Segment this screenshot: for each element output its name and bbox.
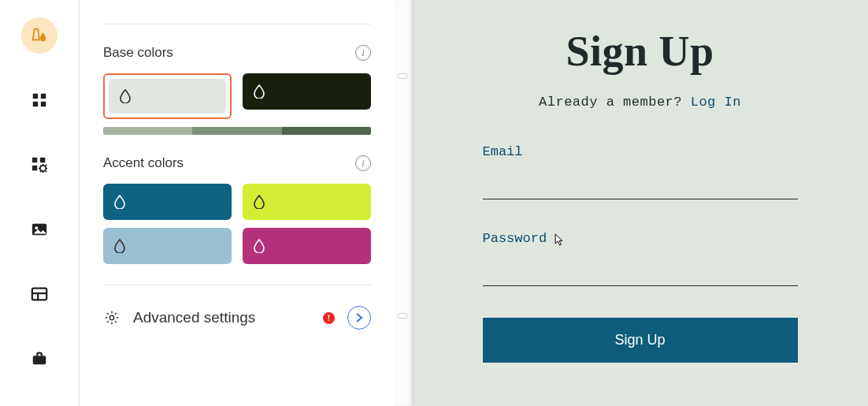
accent-swatch-3[interactable]: [103, 228, 232, 264]
advanced-settings-label: Advanced settings: [133, 309, 310, 326]
svg-point-9: [35, 226, 39, 229]
image-icon: [31, 221, 48, 238]
grid-icon: [31, 91, 48, 109]
advanced-settings-row[interactable]: Advanced settings !: [103, 306, 371, 330]
base-shade-bar: [103, 127, 371, 135]
drop-icon: [254, 239, 265, 253]
rail-layout[interactable]: [21, 276, 57, 312]
signup-button[interactable]: Sign Up: [483, 318, 798, 363]
chevron-right-icon: [355, 313, 363, 322]
rail-settings-grid[interactable]: [21, 147, 57, 183]
base-colors-title: Base colors: [103, 45, 173, 61]
info-icon[interactable]: i: [355, 45, 371, 61]
base-colors-section: Base colors i: [103, 45, 371, 135]
email-label: Email: [483, 144, 798, 159]
svg-rect-1: [41, 94, 46, 99]
drop-icon: [254, 84, 265, 99]
subtext-prefix: Already a member?: [539, 95, 691, 110]
rail-image[interactable]: [21, 211, 57, 248]
rail-briefcase[interactable]: [21, 341, 57, 377]
svg-rect-0: [33, 94, 38, 99]
info-icon[interactable]: i: [355, 155, 371, 171]
svg-rect-2: [33, 102, 38, 106]
accent-colors-title: Accent colors: [103, 155, 184, 171]
drop-icon: [114, 195, 125, 209]
base-swatch-2[interactable]: [243, 73, 371, 110]
expand-button[interactable]: [347, 306, 371, 330]
grid-gear-icon: [31, 156, 48, 173]
svg-rect-3: [41, 102, 46, 106]
password-input[interactable]: [483, 255, 798, 269]
svg-rect-4: [32, 158, 37, 162]
svg-point-14: [109, 315, 113, 319]
login-link[interactable]: Log In: [691, 95, 741, 110]
signup-heading: Sign Up: [566, 27, 714, 76]
base-swatch-1[interactable]: [109, 79, 226, 114]
side-rail: [0, 0, 79, 406]
base-swatch-1-selected-frame: [103, 73, 232, 119]
svg-rect-5: [40, 158, 45, 162]
page-edge: [395, 0, 412, 406]
accent-colors-section: Accent colors i: [103, 155, 371, 264]
preview-canvas: Sign Up Already a member? Log In Email P…: [412, 0, 868, 406]
color-panel: Base colors i Accent c: [80, 0, 395, 406]
accent-swatch-2[interactable]: [243, 184, 371, 220]
alert-badge: !: [323, 312, 335, 324]
email-field-group: Email: [483, 144, 798, 199]
colors-icon: [31, 27, 48, 44]
email-input[interactable]: [483, 169, 798, 182]
accent-swatch-4[interactable]: [243, 228, 371, 264]
rail-grid[interactable]: [21, 82, 57, 118]
briefcase-icon: [31, 350, 48, 367]
svg-rect-13: [33, 356, 46, 364]
drop-icon: [114, 239, 125, 253]
layout-icon: [31, 285, 48, 303]
mouse-cursor-icon: [554, 233, 566, 246]
svg-rect-6: [32, 166, 37, 170]
subtext: Already a member? Log In: [539, 95, 741, 110]
accent-swatch-1[interactable]: [103, 184, 232, 220]
password-label: Password: [483, 231, 547, 246]
rail-colors[interactable]: [21, 17, 57, 54]
gear-icon: [103, 309, 121, 326]
drop-icon: [120, 89, 131, 103]
password-field-group: Password: [483, 231, 798, 286]
drop-icon: [254, 195, 265, 209]
